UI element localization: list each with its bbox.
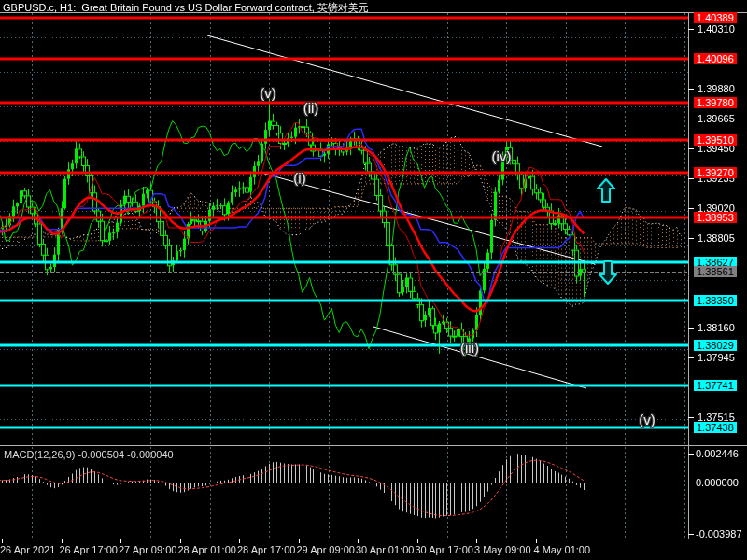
elliott-wave-label: (ii) xyxy=(303,100,319,116)
macd-axis-label: 0.000000 xyxy=(696,477,739,488)
time-axis-label: 3 May 09:00 xyxy=(474,544,531,555)
resistance-level-label: 1.39510 xyxy=(694,134,737,146)
elliott-wave-label: (iii) xyxy=(460,340,479,356)
elliott-wave-label: (v) xyxy=(260,85,276,101)
price-axis-label: 1.37515 xyxy=(698,412,735,423)
time-axis-label: 26 Apr 17:00 xyxy=(60,544,118,555)
time-axis-label: 4 May 01:00 xyxy=(534,544,591,555)
resistance-level-label: 1.39270 xyxy=(694,167,737,178)
chart-canvas[interactable] xyxy=(0,0,747,560)
resistance-level-label: 1.39780 xyxy=(694,97,737,108)
chart-title: GBPUSD.c, H1: Great Britain Pound vs US … xyxy=(3,1,369,15)
support-level-label: 1.37741 xyxy=(694,380,737,391)
time-axis-label: 30 Apr 17:00 xyxy=(416,544,473,555)
resistance-level-label: 1.40096 xyxy=(694,53,737,64)
time-axis-label: 28 Apr 01:00 xyxy=(178,544,236,555)
macd-indicator-label: MACD(12,26,9) -0.000504 -0.000040 xyxy=(4,449,174,460)
macd-value: -0.000504 xyxy=(78,449,124,460)
macd-axis-label: -0.003987 xyxy=(696,528,742,539)
price-axis-label: 1.38160 xyxy=(698,322,735,333)
time-axis-label: 30 Apr 01:00 xyxy=(356,544,414,555)
macd-name: MACD(12,26,9) xyxy=(4,449,75,460)
time-axis-label: 28 Apr 17:00 xyxy=(237,544,295,555)
macd-axis-label: 0.002446 xyxy=(696,448,739,459)
resistance-level-label: 1.38953 xyxy=(694,212,737,223)
mt4-chart-window: GBPUSD.c, H1: Great Britain Pound vs US … xyxy=(0,0,747,560)
price-axis-label: 1.39665 xyxy=(698,113,735,124)
elliott-wave-label: (i) xyxy=(293,170,305,186)
price-axis-label: 1.40310 xyxy=(698,23,735,35)
bid-price-label: 1.38561 xyxy=(694,266,737,277)
elliott-wave-label: (iv) xyxy=(492,148,512,164)
price-axis-label: 1.37945 xyxy=(698,352,735,363)
elliott-wave-label: (v) xyxy=(639,412,655,427)
time-axis-label: 27 Apr 09:00 xyxy=(119,544,176,555)
price-axis-label: 1.39880 xyxy=(698,83,735,94)
time-axis-label: 29 Apr 09:00 xyxy=(297,544,355,555)
resistance-level-label: 1.40389 xyxy=(694,12,737,23)
support-level-label: 1.37438 xyxy=(694,422,737,433)
support-level-label: 1.38029 xyxy=(694,340,737,351)
time-axis-label: 26 Apr 2021 xyxy=(0,544,55,555)
down-arrow-icon[interactable] xyxy=(598,259,618,289)
macd-signal-value: -0.000040 xyxy=(127,449,174,460)
support-level-label: 1.38350 xyxy=(694,295,737,306)
up-arrow-icon[interactable] xyxy=(596,177,616,207)
price-axis-label: 1.38805 xyxy=(698,232,735,244)
